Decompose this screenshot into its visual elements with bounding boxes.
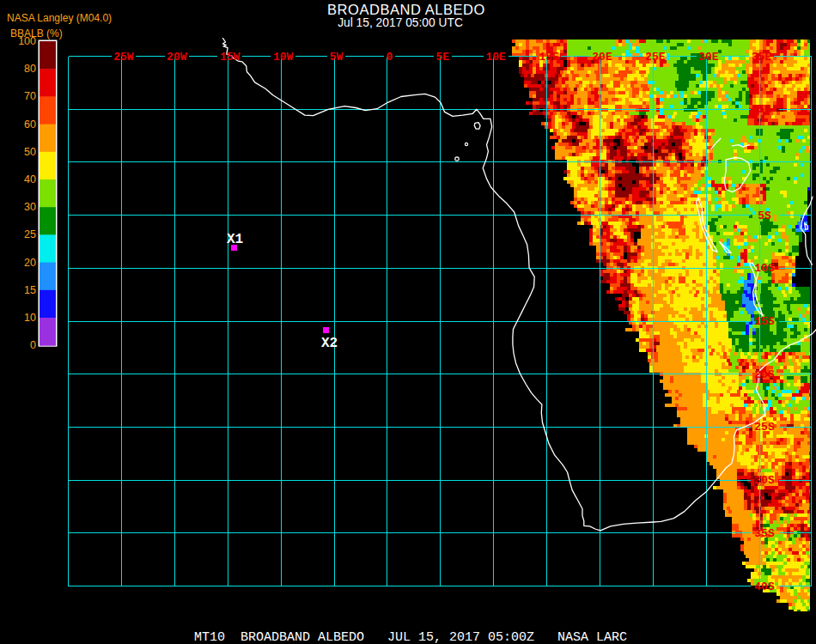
svg-text:25: 25 [24,228,36,240]
svg-text:20: 20 [24,257,36,269]
svg-text:10E: 10E [485,51,506,64]
svg-text:30S: 30S [754,474,775,487]
svg-text:15: 15 [24,284,36,296]
svg-text:5E: 5E [435,51,449,64]
svg-text:80: 80 [24,63,36,75]
svg-text:40S: 40S [754,580,775,593]
svg-text:X2: X2 [321,336,338,351]
svg-text:10W: 10W [273,51,294,64]
svg-text:40: 40 [24,173,36,185]
svg-text:25E: 25E [645,51,666,64]
svg-text:MT10 BROADBAND ALBEDO JUL 1: MT10 BROADBAND ALBEDO JUL 15, 2017 05:00… [194,630,627,644]
svg-text:5S: 5S [758,210,771,222]
svg-text:50: 50 [24,146,36,158]
svg-text:20S: 20S [754,368,775,381]
svg-text:0: 0 [30,339,36,351]
svg-text:Jul 15, 2017 05:00 UTC: Jul 15, 2017 05:00 UTC [338,16,463,29]
svg-text:15W: 15W [220,51,241,64]
svg-text:10: 10 [24,312,36,324]
svg-text:5N: 5N [758,103,771,116]
svg-text:30: 30 [24,201,36,213]
svg-text:5W: 5W [330,51,344,64]
svg-text:20E: 20E [592,51,612,64]
svg-text:20W: 20W [167,51,187,64]
svg-text:BROADBAND ALBEDO: BROADBAND ALBEDO [327,2,485,17]
svg-text:30E: 30E [698,51,719,64]
svg-text:NASA Langley (M04.0): NASA Langley (M04.0) [7,12,112,24]
svg-text:15S: 15S [754,315,775,328]
svg-text:10S: 10S [754,262,775,275]
svg-text:60: 60 [24,118,36,131]
svg-text:25W: 25W [113,51,134,64]
svg-text:35S: 35S [754,527,775,540]
svg-text:70: 70 [24,90,36,102]
svg-text:35E: 35E [752,51,772,64]
svg-text:25S: 25S [754,421,775,434]
svg-text:0: 0 [386,51,393,64]
svg-text:BBALB (%): BBALB (%) [10,27,63,39]
svg-text:15E: 15E [539,51,559,64]
